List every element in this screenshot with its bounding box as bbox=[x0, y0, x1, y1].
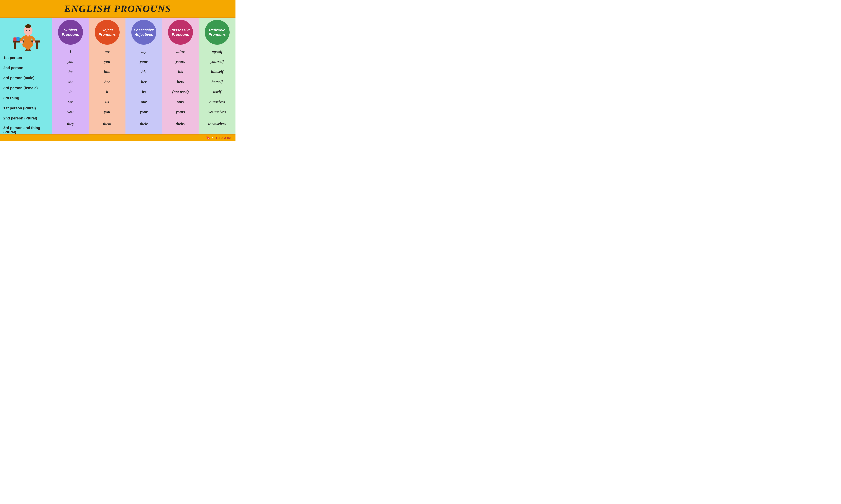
bottom-banner: 🔖 7ESL.COM bbox=[0, 134, 236, 141]
col-values-reflexive: myselfyourselfhimselfherselfitselfoursel… bbox=[200, 47, 235, 134]
col-value-object-3: her bbox=[89, 77, 125, 87]
col-value-possadj-2: his bbox=[126, 67, 161, 77]
svg-point-12 bbox=[26, 30, 27, 31]
col-header-label-subject: Subject Pronouns bbox=[62, 28, 79, 37]
col-value-reflexive-0: myself bbox=[200, 47, 235, 56]
teacher-illustration bbox=[9, 19, 43, 51]
col-value-subject-1: you bbox=[53, 56, 88, 67]
col-value-reflexive-6: yourselves bbox=[200, 107, 235, 117]
row-label: 1st person bbox=[3, 53, 52, 63]
svg-point-19 bbox=[28, 49, 31, 51]
col-header-subject: Subject Pronouns bbox=[58, 20, 83, 45]
col-value-object-5: us bbox=[89, 97, 125, 107]
col-value-subject-3: she bbox=[53, 77, 88, 87]
col-header-label-object: Object Pronouns bbox=[99, 28, 116, 37]
col-value-posspron-4: (not used) bbox=[163, 87, 198, 97]
row-label: 2nd person bbox=[3, 63, 52, 73]
col-value-reflexive-5: ourselves bbox=[200, 97, 235, 107]
svg-rect-4 bbox=[16, 37, 19, 41]
col-value-possadj-6: your bbox=[126, 107, 161, 117]
columns-area: Subject PronounsIyouhesheitweyoutheyObje… bbox=[52, 18, 236, 134]
col-value-possadj-1: your bbox=[126, 56, 161, 67]
col-value-posspron-1: yours bbox=[163, 56, 198, 67]
col-value-subject-2: he bbox=[53, 67, 88, 77]
col-value-possadj-0: my bbox=[126, 47, 161, 56]
col-value-reflexive-4: itself bbox=[200, 87, 235, 97]
svg-rect-1 bbox=[14, 42, 16, 49]
col-value-possadj-7: their bbox=[126, 117, 161, 130]
col-header-posspron: Possessive Pronouns bbox=[168, 20, 193, 45]
col-value-reflexive-2: himself bbox=[200, 67, 235, 77]
col-values-object: meyouhimheritusyouthem bbox=[89, 47, 125, 134]
left-column: 1st person2nd person3rd person (male)3rd… bbox=[0, 18, 52, 134]
svg-point-11 bbox=[27, 24, 30, 27]
col-value-subject-7: they bbox=[53, 117, 88, 130]
col-value-subject-4: it bbox=[53, 87, 88, 97]
col-value-subject-6: you bbox=[53, 107, 88, 117]
row-label: 3rd person (male) bbox=[3, 73, 52, 83]
svg-rect-2 bbox=[36, 42, 38, 49]
row-label: 3rd thing bbox=[3, 93, 52, 103]
col-value-posspron-0: mine bbox=[163, 47, 198, 56]
svg-point-15 bbox=[33, 41, 35, 43]
col-value-object-4: it bbox=[89, 87, 125, 97]
page-title: ENGLISH PRONOUNS bbox=[2, 3, 234, 14]
col-values-possadj: myyourhisheritsouryourtheir bbox=[126, 47, 161, 134]
col-value-posspron-7: theirs bbox=[163, 117, 198, 130]
col-value-subject-0: I bbox=[53, 47, 88, 56]
col-values-subject: Iyouhesheitweyouthey bbox=[53, 47, 88, 134]
col-header-possadj: Possessive Adjectives bbox=[131, 20, 156, 45]
col-value-posspron-2: his bbox=[163, 67, 198, 77]
col-value-reflexive-1: yourself bbox=[200, 56, 235, 67]
col-header-label-possadj: Possessive Adjectives bbox=[134, 28, 154, 37]
svg-point-13 bbox=[29, 30, 30, 31]
page-wrapper: ENGLISH PRONOUNS bbox=[0, 0, 236, 141]
col-header-object: Object Pronouns bbox=[95, 20, 120, 45]
row-label: 1st person (Plural) bbox=[3, 103, 52, 113]
row-labels: 1st person2nd person3rd person (male)3rd… bbox=[0, 53, 52, 134]
col-value-object-2: him bbox=[89, 67, 125, 77]
row-label: 3rd person and thing (Plural) bbox=[3, 123, 52, 134]
col-value-object-7: them bbox=[89, 117, 125, 130]
col-value-reflexive-7: themselves bbox=[200, 117, 235, 130]
pronoun-column-subject: Subject PronounsIyouhesheitweyouthey bbox=[52, 18, 89, 134]
svg-rect-3 bbox=[14, 37, 16, 41]
svg-point-18 bbox=[25, 49, 28, 51]
col-value-object-6: you bbox=[89, 107, 125, 117]
pronoun-column-reflexive: Reflexive Pronounsmyselfyourselfhimselfh… bbox=[199, 18, 236, 134]
logo-text: 7ESL.COM bbox=[211, 136, 231, 140]
col-value-possadj-5: our bbox=[126, 97, 161, 107]
col-header-reflexive: Reflexive Pronouns bbox=[205, 20, 229, 45]
main-content: 1st person2nd person3rd person (male)3rd… bbox=[0, 18, 236, 134]
pronoun-column-possadj: Possessive Adjectivesmyyourhisheritsoury… bbox=[125, 18, 162, 134]
svg-point-14 bbox=[20, 41, 23, 43]
title-banner: ENGLISH PRONOUNS bbox=[0, 0, 236, 18]
logo-icon: 🔖 bbox=[206, 136, 210, 140]
col-value-subject-5: we bbox=[53, 97, 88, 107]
row-label: 2nd person (Plural) bbox=[3, 113, 52, 123]
col-value-possadj-4: its bbox=[126, 87, 161, 97]
col-value-reflexive-3: herself bbox=[200, 77, 235, 87]
col-value-object-0: me bbox=[89, 47, 125, 56]
col-value-possadj-3: her bbox=[126, 77, 161, 87]
col-header-label-posspron: Possessive Pronouns bbox=[170, 28, 191, 37]
col-header-label-reflexive: Reflexive Pronouns bbox=[209, 28, 226, 37]
pronoun-column-object: Object Pronounsmeyouhimheritusyouthem bbox=[89, 18, 125, 134]
col-values-posspron: mineyourshishers(not used)oursyourstheir… bbox=[163, 47, 198, 134]
col-value-posspron-3: hers bbox=[163, 77, 198, 87]
col-value-posspron-6: yours bbox=[163, 107, 198, 117]
col-value-posspron-5: ours bbox=[163, 97, 198, 107]
pronoun-column-posspron: Possessive Pronounsmineyourshishers(not … bbox=[162, 18, 199, 134]
col-value-object-1: you bbox=[89, 56, 125, 67]
row-label: 3rd person (female) bbox=[3, 83, 52, 93]
